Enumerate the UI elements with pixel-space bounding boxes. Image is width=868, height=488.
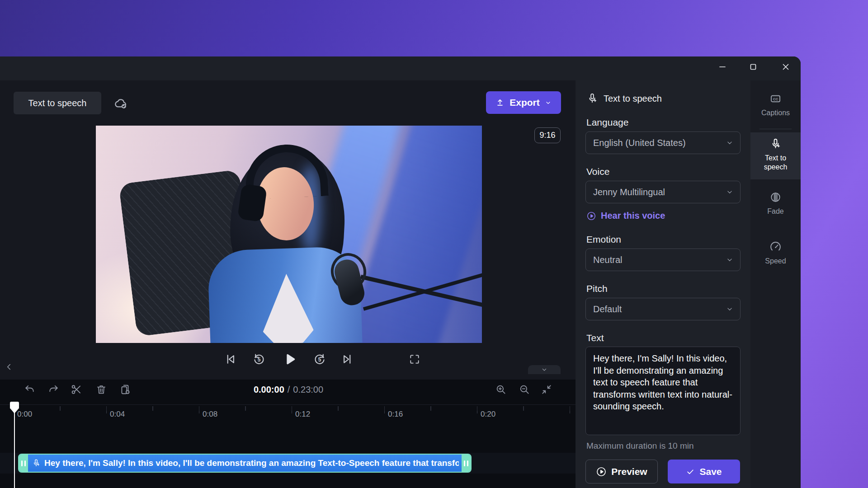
save-label: Save bbox=[699, 466, 722, 477]
svg-text:5: 5 bbox=[318, 357, 321, 363]
mic-sparkles-icon bbox=[32, 459, 41, 468]
sidebar-item-label: Speed bbox=[759, 257, 793, 266]
play-button[interactable] bbox=[282, 352, 297, 367]
window-close-button[interactable] bbox=[777, 60, 794, 74]
svg-text:CC: CC bbox=[773, 97, 778, 101]
play-circle-icon bbox=[596, 466, 607, 477]
emotion-label: Emotion bbox=[586, 234, 621, 245]
language-dropdown[interactable]: English (United States) bbox=[585, 131, 741, 154]
play-circle-icon bbox=[586, 211, 596, 221]
mic-sparkles-icon bbox=[769, 138, 782, 150]
clip-text: Hey there, I'm Sally! In this video, I'l… bbox=[44, 455, 459, 472]
closed-captions-icon: CC bbox=[769, 93, 782, 105]
voice-value: Jenny Multilingual bbox=[593, 187, 665, 197]
skip-to-start-button[interactable] bbox=[224, 352, 237, 366]
zoom-in-icon bbox=[495, 384, 507, 395]
language-label: Language bbox=[586, 117, 628, 128]
timeline-ruler[interactable]: 0:00 0:04 0:08 0:12 0:16 0:20 bbox=[0, 404, 576, 427]
app-window: Text to speech Export bbox=[0, 56, 801, 488]
chevron-down-icon bbox=[726, 139, 734, 147]
video-preview[interactable] bbox=[96, 126, 482, 343]
hear-this-voice-link[interactable]: Hear this voice bbox=[586, 211, 665, 221]
check-icon bbox=[686, 467, 695, 476]
playhead-handle[interactable] bbox=[9, 401, 19, 414]
preview-label: Preview bbox=[611, 466, 647, 477]
selected-clip-chip: Text to speech bbox=[14, 92, 101, 114]
pitch-value: Default bbox=[593, 304, 622, 314]
forward-5s-button[interactable]: 5 bbox=[313, 352, 326, 366]
max-duration-note: Maximum duration is 10 min bbox=[586, 441, 694, 451]
close-icon bbox=[782, 63, 789, 70]
scissors-icon bbox=[71, 384, 82, 395]
play-icon bbox=[282, 352, 297, 367]
duplicate-icon bbox=[119, 384, 131, 395]
collapse-left-button[interactable] bbox=[4, 362, 14, 373]
ruler-label: 0:16 bbox=[388, 410, 403, 419]
clip-trim-handle-left[interactable] bbox=[19, 455, 28, 472]
title-bar bbox=[0, 56, 801, 80]
tts-audio-clip[interactable]: Hey there, I'm Sally! In this video, I'l… bbox=[18, 454, 472, 473]
timeline: 0.00:00/0.23:00 0:00 bbox=[0, 380, 576, 488]
video-art bbox=[389, 126, 482, 343]
clip-trim-handle-right[interactable] bbox=[462, 455, 471, 472]
sidebar-item-speed[interactable]: Speed bbox=[750, 234, 801, 279]
video-art bbox=[237, 183, 267, 222]
preview-button[interactable]: Preview bbox=[585, 460, 658, 483]
zoom-in-button[interactable] bbox=[495, 384, 507, 395]
save-button[interactable]: Save bbox=[668, 460, 740, 483]
fullscreen-button[interactable] bbox=[409, 353, 420, 365]
chevron-down-icon bbox=[726, 256, 734, 264]
mic-sparkles-icon bbox=[586, 93, 598, 104]
maximize-icon bbox=[750, 63, 757, 70]
skip-end-icon bbox=[340, 352, 354, 366]
pitch-label: Pitch bbox=[586, 283, 608, 294]
window-minimize-button[interactable] bbox=[714, 60, 731, 74]
fullscreen-icon bbox=[409, 353, 420, 365]
rewind-5s-button[interactable]: 5 bbox=[252, 352, 266, 366]
delete-button[interactable] bbox=[95, 384, 107, 395]
sidebar-item-label: Text to speech bbox=[759, 154, 793, 172]
skip-to-end-button[interactable] bbox=[340, 352, 354, 366]
sidebar-divider bbox=[760, 129, 792, 129]
undo-button[interactable] bbox=[24, 384, 36, 395]
sidebar-item-text-to-speech[interactable]: Text to speech bbox=[750, 132, 801, 179]
zoom-out-button[interactable] bbox=[519, 384, 530, 395]
duplicate-button[interactable] bbox=[119, 384, 131, 395]
pitch-dropdown[interactable]: Default bbox=[585, 298, 741, 320]
voice-dropdown[interactable]: Jenny Multilingual bbox=[585, 181, 741, 203]
split-button[interactable] bbox=[71, 384, 82, 395]
playhead-line bbox=[14, 404, 15, 488]
cloud-sync-status[interactable] bbox=[114, 96, 128, 111]
export-button[interactable]: Export bbox=[486, 91, 561, 114]
cloud-check-icon bbox=[114, 96, 128, 111]
tts-text-input[interactable]: Hey there, I'm Sally! In this video, I'l… bbox=[585, 347, 741, 435]
voice-label: Voice bbox=[586, 166, 609, 177]
window-maximize-button[interactable] bbox=[745, 60, 762, 74]
sidebar-item-fade[interactable]: Fade bbox=[750, 184, 801, 230]
tts-settings-panel: Text to speech Language English (United … bbox=[576, 80, 750, 488]
zoom-out-icon bbox=[519, 384, 530, 395]
fade-circle-icon bbox=[769, 191, 782, 203]
aspect-ratio-badge[interactable]: 9:16 bbox=[534, 127, 561, 143]
minimize-icon bbox=[719, 63, 726, 70]
undo-icon bbox=[24, 384, 36, 395]
export-label: Export bbox=[509, 97, 540, 108]
collapse-preview-button[interactable] bbox=[528, 365, 561, 374]
upload-icon bbox=[495, 98, 505, 107]
chevron-down-icon bbox=[726, 188, 734, 196]
sidebar-item-label: Captions bbox=[759, 108, 793, 117]
ruler-label: 0:04 bbox=[110, 410, 125, 419]
forward-5-icon: 5 bbox=[313, 352, 326, 366]
ruler-label: 0:12 bbox=[295, 410, 310, 419]
redo-icon bbox=[47, 384, 59, 395]
editor-canvas: Text to speech Export bbox=[0, 80, 576, 380]
ruler-label: 0:08 bbox=[203, 410, 217, 419]
emotion-dropdown[interactable]: Neutral bbox=[585, 249, 741, 271]
time-total: 0.23:00 bbox=[293, 385, 323, 394]
ruler-label: 0:20 bbox=[481, 410, 495, 419]
fit-timeline-button[interactable] bbox=[541, 384, 552, 395]
sidebar-item-captions[interactable]: CC Captions bbox=[750, 83, 801, 128]
redo-button[interactable] bbox=[47, 384, 59, 395]
chevron-left-icon bbox=[4, 362, 14, 372]
text-label: Text bbox=[586, 333, 604, 343]
